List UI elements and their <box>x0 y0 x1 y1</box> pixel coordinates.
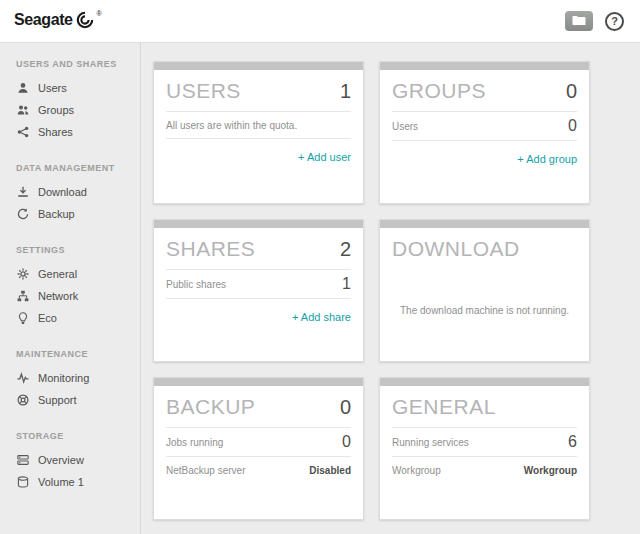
sidebar-item-users[interactable]: Users <box>16 77 140 99</box>
sidebar-heading: SETTINGS <box>16 245 140 255</box>
content: USERS AND SHARES Users Groups Shares <box>0 43 640 534</box>
sidebar-item-general[interactable]: General <box>16 263 140 285</box>
card-top-strip <box>154 378 363 386</box>
sidebar-heading: STORAGE <box>16 431 140 441</box>
card-title: GROUPS <box>392 79 486 103</box>
sidebar-item-label: Shares <box>38 126 73 138</box>
card-shares: SHARES 2 Public shares 1 + Add share <box>153 219 364 362</box>
card-head: USERS 1 <box>154 70 363 111</box>
brand-logo: Seagate ® <box>14 10 102 33</box>
groups-count: 0 <box>566 80 577 103</box>
sidebar-heading: DATA MANAGEMENT <box>16 163 140 173</box>
card-title: SHARES <box>166 237 255 261</box>
sidebar: USERS AND SHARES Users Groups Shares <box>0 43 141 534</box>
gear-icon <box>16 268 29 281</box>
card-row: Jobs running 0 <box>166 427 351 456</box>
add-user-link[interactable]: + Add user <box>298 151 351 163</box>
registered-trademark: ® <box>97 10 102 18</box>
card-title: GENERAL <box>392 395 496 419</box>
shares-count: 2 <box>340 238 351 261</box>
sidebar-item-label: Backup <box>38 208 75 220</box>
sidebar-item-label: Overview <box>38 454 84 466</box>
sidebar-item-support[interactable]: Support <box>16 389 140 411</box>
card-top-strip <box>154 220 363 228</box>
folder-icon <box>572 14 586 29</box>
backup-count: 0 <box>340 396 351 419</box>
add-share-link[interactable]: + Add share <box>292 311 351 323</box>
sidebar-item-label: General <box>38 268 77 280</box>
sidebar-item-label: Download <box>38 186 87 198</box>
row-label: Jobs running <box>166 437 223 448</box>
sidebar-item-label: Groups <box>38 104 74 116</box>
row-value: 6 <box>568 433 577 451</box>
card-head: SHARES 2 <box>154 228 363 269</box>
card-top-strip <box>380 378 589 386</box>
sidebar-item-download[interactable]: Download <box>16 181 140 203</box>
card-action: + Add group <box>392 140 577 173</box>
card-row: Running services 6 <box>392 427 577 456</box>
sidebar-item-network[interactable]: Network <box>16 285 140 307</box>
card-users: USERS 1 All users are within the quota. … <box>153 61 364 204</box>
row-value: Workgroup <box>524 465 577 476</box>
sidebar-item-volume-1[interactable]: Volume 1 <box>16 471 140 493</box>
sidebar-section-maintenance: MAINTENANCE Monitoring Support <box>16 349 140 411</box>
card-row: All users are within the quota. <box>166 111 351 138</box>
row-value: 0 <box>568 117 577 135</box>
row-label: Running services <box>392 437 469 448</box>
help-icon: ? <box>611 15 618 27</box>
download-icon <box>16 186 29 199</box>
card-general: GENERAL Running services 6 Workgroup Wor… <box>379 377 590 520</box>
add-group-link[interactable]: + Add group <box>517 153 577 165</box>
card-top-strip <box>380 220 589 228</box>
card-action: + Add user <box>166 138 351 171</box>
row-value: Disabled <box>309 465 351 476</box>
header: Seagate ® ? <box>0 0 640 43</box>
sidebar-item-backup[interactable]: Backup <box>16 203 140 225</box>
card-head: GROUPS 0 <box>380 70 589 111</box>
brand-name: Seagate <box>14 10 73 30</box>
sidebar-item-overview[interactable]: Overview <box>16 449 140 471</box>
sidebar-item-label: Support <box>38 394 77 406</box>
card-head: BACKUP 0 <box>154 386 363 427</box>
help-button[interactable]: ? <box>605 12 624 31</box>
card-action: + Add share <box>166 298 351 331</box>
sidebar-item-label: Monitoring <box>38 372 89 384</box>
sidebar-section-settings: SETTINGS General Network Eco <box>16 245 140 329</box>
row-label: Public shares <box>166 279 226 290</box>
card-row: Users 0 <box>392 111 577 140</box>
card-download: DOWNLOAD The download machine is not run… <box>379 219 590 362</box>
card-title: USERS <box>166 79 241 103</box>
card-backup: BACKUP 0 Jobs running 0 NetBackup server… <box>153 377 364 520</box>
card-row: NetBackup server Disabled <box>166 456 351 483</box>
row-label: All users are within the quota. <box>166 120 297 131</box>
card-row: Public shares 1 <box>166 269 351 298</box>
sidebar-heading: USERS AND SHARES <box>16 59 140 69</box>
users-count: 1 <box>340 80 351 103</box>
card-top-strip <box>380 62 589 70</box>
eco-icon <box>16 312 29 325</box>
sidebar-item-label: Users <box>38 82 67 94</box>
sidebar-item-label: Network <box>38 290 78 302</box>
file-browser-button[interactable] <box>565 11 593 31</box>
sidebar-item-label: Volume 1 <box>38 476 84 488</box>
sidebar-heading: MAINTENANCE <box>16 349 140 359</box>
volume-icon <box>16 476 29 489</box>
card-groups: GROUPS 0 Users 0 + Add group <box>379 61 590 204</box>
sidebar-item-eco[interactable]: Eco <box>16 307 140 329</box>
backup-icon <box>16 208 29 221</box>
sidebar-item-groups[interactable]: Groups <box>16 99 140 121</box>
monitoring-icon <box>16 372 29 385</box>
card-top-strip <box>154 62 363 70</box>
sidebar-item-shares[interactable]: Shares <box>16 121 140 143</box>
network-icon <box>16 290 29 303</box>
dashboard-grid: USERS 1 All users are within the quota. … <box>141 43 640 534</box>
group-icon <box>16 104 29 117</box>
sidebar-item-label: Eco <box>38 312 57 324</box>
sidebar-section-storage: STORAGE Overview Volume 1 <box>16 431 140 493</box>
share-icon <box>16 126 29 139</box>
support-icon <box>16 394 29 407</box>
sidebar-item-monitoring[interactable]: Monitoring <box>16 367 140 389</box>
card-head: DOWNLOAD <box>380 228 589 269</box>
row-label: NetBackup server <box>166 465 245 476</box>
row-value: 0 <box>342 433 351 451</box>
